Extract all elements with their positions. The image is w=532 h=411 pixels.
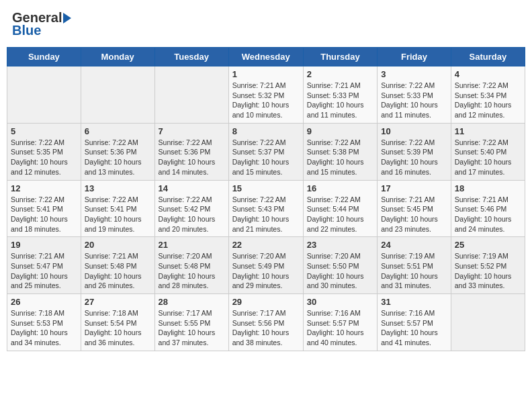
- day-number: 8: [232, 126, 300, 136]
- day-cell-21: 21Sunrise: 7:20 AMSunset: 5:48 PMDayligh…: [154, 237, 228, 294]
- week-row-3: 12Sunrise: 7:22 AMSunset: 5:41 PMDayligh…: [7, 180, 525, 237]
- day-number: 21: [159, 240, 225, 250]
- calendar-header-row: SundayMondayTuesdayWednesdayThursdayFrid…: [7, 48, 525, 66]
- day-number: 10: [381, 126, 447, 136]
- day-number: 30: [307, 297, 373, 307]
- week-row-4: 19Sunrise: 7:21 AMSunset: 5:47 PMDayligh…: [7, 237, 525, 294]
- day-number: 31: [381, 297, 447, 307]
- day-cell-5: 5Sunrise: 7:22 AMSunset: 5:35 PMDaylight…: [7, 123, 81, 180]
- day-cell-6: 6Sunrise: 7:22 AMSunset: 5:36 PMDaylight…: [81, 123, 154, 180]
- day-number: 18: [455, 183, 521, 193]
- day-number: 9: [307, 126, 373, 136]
- day-detail: Sunrise: 7:22 AMSunset: 5:36 PMDaylight:…: [85, 138, 151, 177]
- day-number: 19: [11, 240, 77, 250]
- day-detail: Sunrise: 7:20 AMSunset: 5:50 PMDaylight:…: [307, 251, 373, 291]
- day-detail: Sunrise: 7:22 AMSunset: 5:35 PMDaylight:…: [11, 138, 77, 177]
- day-cell-19: 19Sunrise: 7:21 AMSunset: 5:47 PMDayligh…: [7, 237, 81, 294]
- day-number: 25: [455, 240, 521, 250]
- day-header-sunday: Sunday: [7, 48, 81, 66]
- empty-cell: [451, 294, 525, 351]
- day-cell-7: 7Sunrise: 7:22 AMSunset: 5:36 PMDaylight…: [154, 123, 228, 180]
- day-number: 11: [455, 126, 521, 136]
- day-detail: Sunrise: 7:16 AMSunset: 5:57 PMDaylight:…: [307, 308, 373, 348]
- day-detail: Sunrise: 7:22 AMSunset: 5:36 PMDaylight:…: [159, 138, 225, 177]
- day-detail: Sunrise: 7:22 AMSunset: 5:41 PMDaylight:…: [11, 195, 77, 234]
- day-number: 12: [11, 183, 77, 193]
- day-detail: Sunrise: 7:22 AMSunset: 5:39 PMDaylight:…: [381, 138, 447, 177]
- day-cell-26: 26Sunrise: 7:18 AMSunset: 5:53 PMDayligh…: [7, 294, 81, 351]
- day-number: 2: [307, 69, 373, 79]
- day-detail: Sunrise: 7:22 AMSunset: 5:40 PMDaylight:…: [455, 138, 521, 177]
- day-detail: Sunrise: 7:22 AMSunset: 5:41 PMDaylight:…: [85, 195, 151, 234]
- day-cell-4: 4Sunrise: 7:22 AMSunset: 5:34 PMDaylight…: [451, 66, 525, 124]
- week-row-5: 26Sunrise: 7:18 AMSunset: 5:53 PMDayligh…: [7, 294, 525, 351]
- day-cell-10: 10Sunrise: 7:22 AMSunset: 5:39 PMDayligh…: [378, 123, 451, 180]
- day-cell-23: 23Sunrise: 7:20 AMSunset: 5:50 PMDayligh…: [303, 237, 377, 294]
- day-detail: Sunrise: 7:18 AMSunset: 5:54 PMDaylight:…: [85, 308, 151, 348]
- day-cell-30: 30Sunrise: 7:16 AMSunset: 5:57 PMDayligh…: [303, 294, 377, 351]
- day-cell-3: 3Sunrise: 7:22 AMSunset: 5:33 PMDaylight…: [378, 66, 451, 124]
- day-detail: Sunrise: 7:22 AMSunset: 5:42 PMDaylight:…: [159, 195, 225, 234]
- day-cell-8: 8Sunrise: 7:22 AMSunset: 5:37 PMDaylight…: [228, 123, 303, 180]
- day-detail: Sunrise: 7:19 AMSunset: 5:52 PMDaylight:…: [455, 251, 521, 291]
- day-number: 17: [381, 183, 447, 193]
- day-detail: Sunrise: 7:22 AMSunset: 5:34 PMDaylight:…: [455, 81, 521, 120]
- day-detail: Sunrise: 7:22 AMSunset: 5:43 PMDaylight:…: [232, 195, 300, 234]
- day-detail: Sunrise: 7:22 AMSunset: 5:33 PMDaylight:…: [381, 81, 447, 120]
- day-detail: Sunrise: 7:19 AMSunset: 5:51 PMDaylight:…: [381, 251, 447, 291]
- page-header: General Blue: [7, 7, 525, 42]
- day-number: 7: [159, 126, 225, 136]
- day-cell-28: 28Sunrise: 7:17 AMSunset: 5:55 PMDayligh…: [154, 294, 228, 351]
- day-cell-25: 25Sunrise: 7:19 AMSunset: 5:52 PMDayligh…: [451, 237, 525, 294]
- day-detail: Sunrise: 7:18 AMSunset: 5:53 PMDaylight:…: [11, 308, 77, 348]
- day-number: 27: [85, 297, 151, 307]
- day-detail: Sunrise: 7:20 AMSunset: 5:48 PMDaylight:…: [159, 251, 225, 291]
- day-detail: Sunrise: 7:16 AMSunset: 5:57 PMDaylight:…: [381, 308, 447, 348]
- day-detail: Sunrise: 7:22 AMSunset: 5:44 PMDaylight:…: [307, 195, 373, 234]
- day-header-monday: Monday: [81, 48, 154, 66]
- day-number: 24: [381, 240, 447, 250]
- day-cell-27: 27Sunrise: 7:18 AMSunset: 5:54 PMDayligh…: [81, 294, 154, 351]
- day-detail: Sunrise: 7:21 AMSunset: 5:48 PMDaylight:…: [85, 251, 151, 291]
- day-cell-1: 1Sunrise: 7:21 AMSunset: 5:32 PMDaylight…: [228, 66, 303, 124]
- day-cell-29: 29Sunrise: 7:17 AMSunset: 5:56 PMDayligh…: [228, 294, 303, 351]
- day-header-thursday: Thursday: [303, 48, 377, 66]
- day-header-saturday: Saturday: [451, 48, 525, 66]
- day-detail: Sunrise: 7:17 AMSunset: 5:55 PMDaylight:…: [159, 308, 225, 348]
- day-cell-2: 2Sunrise: 7:21 AMSunset: 5:33 PMDaylight…: [303, 66, 377, 124]
- day-cell-16: 16Sunrise: 7:22 AMSunset: 5:44 PMDayligh…: [303, 180, 377, 237]
- day-number: 16: [307, 183, 373, 193]
- day-cell-31: 31Sunrise: 7:16 AMSunset: 5:57 PMDayligh…: [378, 294, 451, 351]
- calendar-table: SundayMondayTuesdayWednesdayThursdayFrid…: [7, 47, 525, 351]
- empty-cell: [7, 66, 81, 124]
- day-number: 14: [159, 183, 225, 193]
- empty-cell: [154, 66, 228, 124]
- day-number: 13: [85, 183, 151, 193]
- day-detail: Sunrise: 7:21 AMSunset: 5:33 PMDaylight:…: [307, 81, 373, 120]
- day-cell-9: 9Sunrise: 7:22 AMSunset: 5:38 PMDaylight…: [303, 123, 377, 180]
- day-detail: Sunrise: 7:22 AMSunset: 5:38 PMDaylight:…: [307, 138, 373, 177]
- day-detail: Sunrise: 7:21 AMSunset: 5:32 PMDaylight:…: [232, 81, 300, 120]
- day-detail: Sunrise: 7:21 AMSunset: 5:46 PMDaylight:…: [455, 195, 521, 234]
- logo: General Blue: [12, 10, 71, 38]
- day-number: 5: [11, 126, 77, 136]
- day-number: 20: [85, 240, 151, 250]
- day-detail: Sunrise: 7:21 AMSunset: 5:45 PMDaylight:…: [381, 195, 447, 234]
- day-cell-11: 11Sunrise: 7:22 AMSunset: 5:40 PMDayligh…: [451, 123, 525, 180]
- day-number: 29: [232, 297, 300, 307]
- day-header-friday: Friday: [378, 48, 451, 66]
- day-number: 22: [232, 240, 300, 250]
- empty-cell: [81, 66, 154, 124]
- week-row-1: 1Sunrise: 7:21 AMSunset: 5:32 PMDaylight…: [7, 66, 525, 124]
- day-number: 6: [85, 126, 151, 136]
- day-cell-14: 14Sunrise: 7:22 AMSunset: 5:42 PMDayligh…: [154, 180, 228, 237]
- day-cell-13: 13Sunrise: 7:22 AMSunset: 5:41 PMDayligh…: [81, 180, 154, 237]
- logo-blue-text: Blue: [12, 23, 41, 38]
- week-row-2: 5Sunrise: 7:22 AMSunset: 5:35 PMDaylight…: [7, 123, 525, 180]
- day-cell-22: 22Sunrise: 7:20 AMSunset: 5:49 PMDayligh…: [228, 237, 303, 294]
- day-number: 1: [232, 69, 300, 79]
- day-cell-24: 24Sunrise: 7:19 AMSunset: 5:51 PMDayligh…: [378, 237, 451, 294]
- day-number: 26: [11, 297, 77, 307]
- day-detail: Sunrise: 7:17 AMSunset: 5:56 PMDaylight:…: [232, 308, 300, 348]
- day-number: 15: [232, 183, 300, 193]
